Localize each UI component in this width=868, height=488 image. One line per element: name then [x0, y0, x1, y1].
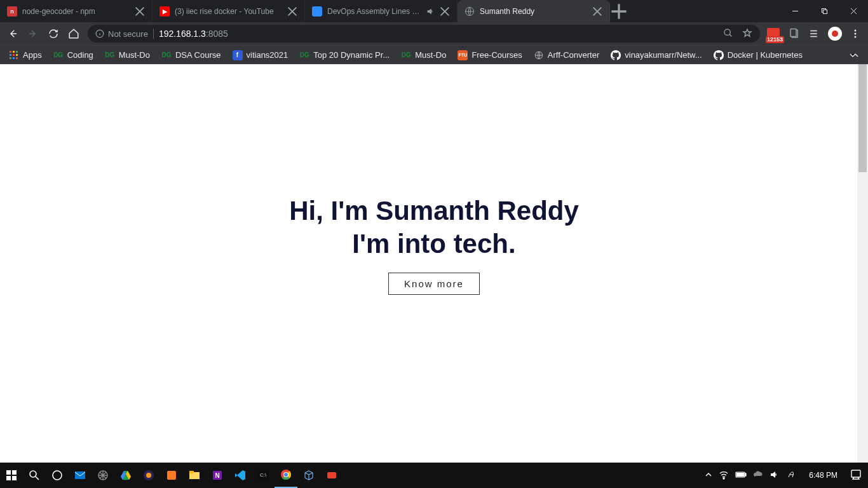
bookmark-label: Docker | Kubernetes: [728, 50, 803, 60]
package-app[interactable]: [297, 463, 320, 488]
file-explorer[interactable]: [183, 463, 206, 488]
svg-rect-13: [16, 51, 18, 53]
close-icon[interactable]: [135, 6, 145, 17]
volume-icon[interactable]: [770, 470, 780, 482]
chrome-app[interactable]: [275, 463, 297, 488]
tab-title: Sumanth Reddy: [480, 7, 587, 16]
bookmark-label: Must-Do: [119, 50, 150, 60]
input-indicator[interactable]: [786, 470, 796, 482]
svg-point-9: [855, 33, 857, 35]
bookmarks-overflow[interactable]: [844, 47, 864, 64]
bookmark-label: DSA Course: [175, 50, 221, 60]
forward-button[interactable]: [24, 25, 42, 43]
xampp-app[interactable]: [160, 463, 183, 488]
apps-icon: [9, 50, 19, 60]
svg-text:N: N: [215, 472, 219, 479]
zoom-icon[interactable]: [723, 28, 733, 40]
tab-title: (3) iiec rise docker - YouTube: [175, 7, 282, 16]
address-bar[interactable]: Not secure 192.168.1.3:8085: [88, 25, 760, 43]
gmail-extension[interactable]: 12153: [765, 25, 783, 43]
cortana-button[interactable]: [46, 463, 69, 488]
music-app[interactable]: [320, 463, 343, 488]
security-status[interactable]: Not secure: [95, 29, 148, 39]
windows-taskbar: N C:\ 6:48 PM: [0, 463, 868, 488]
gfg-icon: DG: [53, 50, 64, 60]
globe-icon: [465, 6, 475, 17]
youtube-icon: ▶: [159, 6, 170, 17]
bookmark-label: vinayakumarr/Netw...: [625, 50, 702, 60]
browser-tabstrip: n node-geocoder - npm ▶ (3) iiec rise do…: [0, 0, 868, 22]
maximize-button[interactable]: [810, 0, 839, 22]
bookmark-star-icon[interactable]: [742, 28, 752, 40]
vertical-scrollbar[interactable]: [857, 64, 868, 463]
reading-list-button[interactable]: [806, 25, 824, 43]
scrollbar-thumb[interactable]: [858, 64, 867, 172]
bookmark-apps[interactable]: Apps: [4, 47, 47, 64]
bookmark-item[interactable]: DGTop 20 Dynamic Pr...: [294, 47, 395, 64]
bookmark-label: Free-Courses: [471, 50, 522, 60]
onedrive-icon[interactable]: [753, 470, 763, 482]
gmail-count-badge: 12153: [766, 36, 784, 43]
audio-icon[interactable]: [426, 7, 435, 16]
google-drive-app[interactable]: [114, 463, 137, 488]
dev-app[interactable]: [92, 463, 114, 488]
browser-toolbar: Not secure 192.168.1.3:8085 12153: [0, 22, 868, 45]
onenote-app[interactable]: N: [206, 463, 229, 488]
search-button[interactable]: [23, 463, 46, 488]
bookmark-item[interactable]: DGMust-Do: [396, 47, 451, 64]
eclipse-app[interactable]: [137, 463, 160, 488]
bookmark-item[interactable]: Docker | Kubernetes: [709, 47, 808, 64]
close-icon[interactable]: [592, 6, 602, 17]
bookmark-item[interactable]: FTUFree-Courses: [452, 47, 527, 64]
svg-rect-27: [75, 471, 85, 479]
svg-rect-17: [10, 57, 11, 59]
bookmark-label: Arff-Converter: [548, 50, 599, 60]
terminal-app[interactable]: C:\: [252, 463, 275, 488]
bookmark-label: Apps: [23, 50, 42, 60]
close-window-button[interactable]: [839, 0, 868, 22]
bookmark-item[interactable]: DGCoding: [48, 47, 98, 64]
svg-rect-16: [16, 54, 18, 56]
battery-icon[interactable]: [735, 471, 747, 480]
new-tab-button[interactable]: [610, 0, 628, 22]
browser-tab[interactable]: DevOps Assembly Lines - Se…: [305, 0, 458, 22]
clipboard-extension[interactable]: [785, 25, 803, 43]
tray-overflow[interactable]: [705, 471, 712, 480]
browser-tab[interactable]: n node-geocoder - npm: [0, 0, 153, 22]
svg-rect-2: [823, 10, 827, 14]
svg-rect-7: [790, 29, 796, 37]
menu-button[interactable]: [846, 25, 864, 43]
vscode-app[interactable]: [229, 463, 252, 488]
home-button[interactable]: [65, 25, 83, 43]
mail-app[interactable]: [69, 463, 92, 488]
back-button[interactable]: [4, 25, 22, 43]
window-controls: [780, 0, 868, 22]
divider: [153, 29, 154, 39]
bookmark-item[interactable]: vinayakumarr/Netw...: [606, 47, 707, 64]
browser-tab[interactable]: ▶ (3) iiec rise docker - YouTube: [153, 0, 305, 22]
bookmark-item[interactable]: DGDSA Course: [156, 47, 226, 64]
wifi-icon[interactable]: [719, 470, 729, 482]
close-icon[interactable]: [287, 6, 297, 17]
svg-point-42: [284, 473, 288, 477]
bookmark-item[interactable]: Arff-Converter: [529, 47, 604, 64]
svg-rect-15: [13, 54, 15, 56]
bookmark-item[interactable]: fvitians2021: [227, 47, 294, 64]
hero-line-2: I'm into tech.: [289, 227, 579, 261]
browser-tab[interactable]: Sumanth Reddy: [458, 0, 610, 22]
svg-rect-12: [13, 51, 15, 53]
know-more-button[interactable]: Know more: [388, 273, 480, 295]
reload-button[interactable]: [44, 25, 62, 43]
start-button[interactable]: [0, 463, 23, 488]
bookmark-item[interactable]: DGMust-Do: [100, 47, 155, 64]
profile-avatar[interactable]: [826, 25, 844, 43]
svg-rect-31: [167, 471, 176, 480]
svg-rect-18: [13, 57, 15, 59]
taskbar-clock[interactable]: 6:48 PM: [803, 471, 844, 480]
bookmark-label: Top 20 Dynamic Pr...: [313, 50, 390, 60]
close-icon[interactable]: [440, 6, 450, 17]
minimize-button[interactable]: [780, 0, 810, 22]
action-center-icon[interactable]: [850, 469, 865, 482]
tab-title: node-geocoder - npm: [22, 7, 130, 16]
browser-tabs: n node-geocoder - npm ▶ (3) iiec rise do…: [0, 0, 780, 22]
